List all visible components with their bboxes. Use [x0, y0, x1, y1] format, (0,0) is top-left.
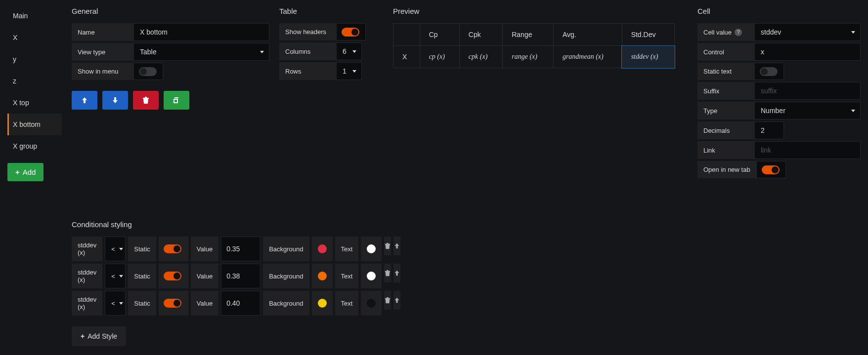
cond-delete-button[interactable]: [384, 237, 391, 255]
sidebar: Main X y z X top X bottom X group + Add: [7, 5, 62, 346]
conditional-row: stddev (x)<StaticValueBackgroundText: [72, 264, 269, 288]
decimals-label: Decimals: [697, 121, 754, 139]
static-text-toggle[interactable]: [760, 67, 778, 76]
conditional-title: Conditional styling: [72, 218, 269, 231]
preview-cell[interactable]: stddev (x): [622, 46, 674, 68]
cond-static-toggle[interactable]: [164, 299, 181, 308]
preview-title: Preview: [393, 5, 688, 17]
rows-select[interactable]: 1: [336, 62, 362, 80]
caret-icon: [352, 70, 356, 73]
cond-operator-select[interactable]: <: [105, 237, 126, 261]
view-type-select[interactable]: Table: [133, 43, 269, 61]
table-section: Table Show headers Columns 6 Rows 1: [279, 5, 383, 346]
suffix-label: Suffix: [697, 82, 754, 100]
static-text-label: Static text: [697, 63, 754, 80]
columns-value: 6: [337, 43, 352, 60]
preview-table: CpCpkRangeAvg.Std.Dev Xcp (x)cpk (x)rang…: [393, 23, 675, 68]
cond-static-toggle[interactable]: [164, 244, 181, 253]
preview-cell[interactable]: cpk (x): [459, 46, 502, 68]
cond-field[interactable]: stddev (x): [72, 264, 102, 288]
cond-operator-select[interactable]: <: [105, 291, 126, 316]
general-section: General Name View type Table Show in men…: [72, 5, 269, 346]
control-input[interactable]: [754, 43, 861, 61]
name-input[interactable]: [133, 23, 269, 41]
sidebar-item-y[interactable]: y: [7, 48, 62, 70]
cond-field[interactable]: stddev (x): [72, 237, 102, 261]
add-button-label: Add: [23, 168, 36, 176]
show-headers-toggle[interactable]: [342, 28, 359, 37]
caret-icon: [260, 51, 264, 53]
plus-icon: +: [81, 332, 85, 340]
arrow-up-icon: [81, 96, 88, 104]
general-title: General: [72, 5, 269, 17]
cond-static-label: Static: [128, 237, 156, 261]
cell-value-label: Cell value ?: [697, 23, 754, 41]
preview-cell[interactable]: grandmean (x): [553, 46, 622, 68]
add-button[interactable]: + Add: [7, 163, 43, 181]
sidebar-item-main[interactable]: Main: [7, 5, 62, 27]
show-in-menu-toggle[interactable]: [139, 67, 157, 76]
suffix-input[interactable]: [754, 82, 861, 100]
cond-delete-button[interactable]: [384, 264, 391, 282]
preview-header: Cpk: [459, 24, 502, 46]
cond-static-label: Static: [128, 264, 156, 288]
sidebar-item-x-top[interactable]: X top: [7, 92, 62, 114]
cond-value-input[interactable]: [221, 291, 260, 316]
cond-value-input[interactable]: [221, 264, 260, 288]
move-up-button[interactable]: [72, 91, 97, 110]
name-label: Name: [72, 23, 133, 41]
sidebar-item-x[interactable]: X: [7, 27, 62, 48]
caret-icon: [851, 31, 855, 34]
preview-cell[interactable]: range (x): [503, 46, 554, 68]
help-icon[interactable]: ?: [735, 29, 742, 36]
add-style-button[interactable]: + Add Style: [72, 326, 126, 346]
arrow-down-icon: [111, 96, 119, 104]
preview-cell[interactable]: cp (x): [420, 46, 459, 68]
cond-operator-select[interactable]: <: [105, 264, 126, 288]
cell-title: Cell: [697, 5, 861, 17]
view-type-value: Table: [134, 43, 260, 60]
sidebar-item-x-group[interactable]: X group: [7, 135, 62, 157]
cond-field[interactable]: stddev (x): [72, 291, 102, 316]
columns-select[interactable]: 6: [336, 42, 362, 60]
cond-delete-button[interactable]: [384, 291, 391, 310]
conditional-section: Conditional styling stddev (x)<StaticVal…: [72, 218, 269, 346]
preview-header: [393, 24, 420, 46]
add-style-label: Add Style: [87, 332, 117, 340]
move-down-button[interactable]: [102, 91, 128, 110]
preview-header: Range: [503, 24, 554, 46]
open-new-tab-label: Open in new tab: [697, 161, 756, 178]
copy-button[interactable]: [164, 91, 189, 110]
conditional-row: stddev (x)<StaticValueBackgroundText: [72, 237, 269, 261]
decimals-input[interactable]: [754, 121, 784, 139]
preview-section: Preview CpCpkRangeAvg.Std.Dev Xcp (x)cpk…: [393, 5, 688, 346]
caret-icon: [119, 302, 123, 305]
cond-static-toggle[interactable]: [164, 272, 181, 280]
sidebar-item-z[interactable]: z: [7, 70, 62, 92]
sidebar-item-x-bottom[interactable]: X bottom: [7, 114, 62, 135]
cond-value-label: Value: [191, 291, 218, 316]
type-value: Number: [755, 102, 851, 119]
conditional-row: stddev (x)<StaticValueBackgroundText: [72, 291, 269, 316]
caret-icon: [119, 275, 123, 277]
caret-icon: [352, 50, 356, 53]
cell-value-value: stddev: [755, 24, 851, 40]
preview-header: Cp: [420, 24, 459, 46]
cond-value-input[interactable]: [221, 237, 260, 261]
trash-icon: [142, 96, 150, 104]
table-title: Table: [279, 5, 383, 17]
copy-icon: [173, 96, 180, 104]
caret-icon: [851, 110, 855, 112]
show-headers-label: Show headers: [279, 23, 336, 40]
rows-value: 1: [337, 63, 352, 79]
delete-button[interactable]: [133, 91, 159, 110]
plus-icon: +: [15, 168, 20, 176]
type-select[interactable]: Number: [754, 102, 861, 119]
cond-static-label: Static: [128, 291, 156, 316]
cell-value-select[interactable]: stddev: [754, 23, 861, 41]
open-new-tab-toggle[interactable]: [762, 165, 780, 174]
cond-value-label: Value: [191, 237, 218, 261]
link-label: Link: [697, 141, 754, 159]
control-label: Control: [697, 43, 754, 61]
link-input[interactable]: [754, 141, 861, 159]
